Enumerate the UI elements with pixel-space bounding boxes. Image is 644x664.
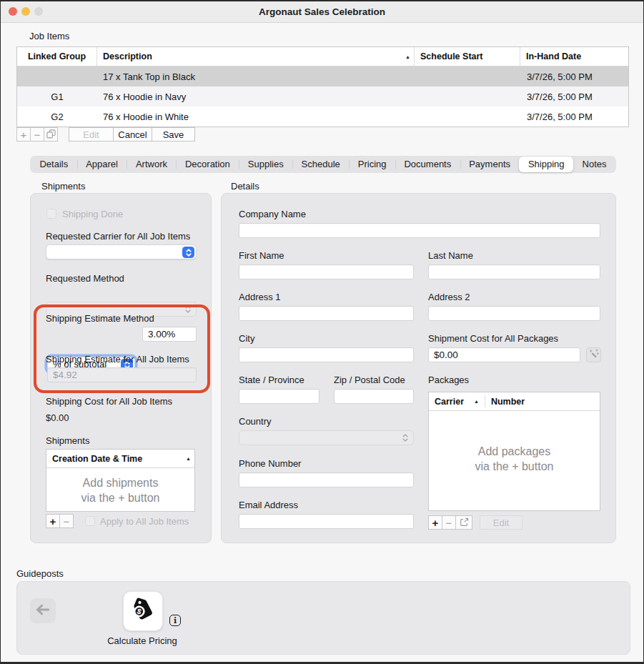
requested-carrier-label: Requested Carrier for All Job Items [46,231,190,242]
state-province-field[interactable] [239,389,319,404]
tab-apparel[interactable]: Apparel [77,157,127,172]
address2-field[interactable] [428,306,600,321]
job-items-section-label: Job Items [29,31,69,41]
tab-pricing[interactable]: Pricing [349,157,395,172]
zip-postal-code-label: Zip / Postal Code [334,375,405,385]
minus-icon: − [64,515,70,527]
calculate-pricing-button[interactable]: $ [123,591,163,631]
save-button[interactable]: Save [152,127,195,142]
table-row[interactable]: G1 76 x Hoodie in Navy 3/7/26, 5:00 PM [17,86,628,106]
shipping-cost-all-value: $0.00 [46,412,69,423]
info-icon[interactable]: i [169,615,181,626]
edit-package-button[interactable]: Edit [480,515,522,530]
column-header-number[interactable]: Number [491,397,525,407]
apply-all-job-items-label: Apply to All Job Items [100,516,189,527]
tab-payments[interactable]: Payments [460,157,520,172]
email-address-field[interactable] [239,514,414,529]
remove-package-button[interactable]: − [442,515,456,530]
minus-icon: − [34,129,41,141]
cancel-button[interactable]: Cancel [113,127,152,142]
address1-field[interactable] [239,306,414,321]
phone-number-field[interactable] [239,472,414,487]
shipping-cost-all-label: Shipping Cost for All Job Items [46,396,172,407]
packages-empty-placeholder: Add packages via the + button [429,444,600,474]
column-header-in-hand-date[interactable]: In-Hand Date [520,47,623,66]
phone-number-label: Phone Number [239,458,301,469]
shipments-list: Creation Date & Time ▲ Add shipments via… [46,449,195,512]
minus-icon: − [446,517,452,529]
add-package-button[interactable]: + [428,515,442,530]
city-label: City [239,333,254,344]
guideposts-section-label: Guideposts [16,568,64,579]
column-header-carrier[interactable]: Carrier [429,397,464,407]
back-button[interactable] [30,598,56,623]
chevron-up-down-icon [182,247,194,258]
chevron-up-down-icon [402,433,409,445]
column-header-schedule-start[interactable]: Schedule Start [415,47,520,66]
column-divider [485,395,485,407]
price-tag-icon: $ [130,597,156,625]
duplicate-job-item-button[interactable] [44,127,58,142]
tab-decoration[interactable]: Decoration [176,157,239,172]
tab-shipping[interactable]: Shipping [519,157,573,172]
remove-job-item-button[interactable]: − [30,127,44,142]
open-package-button[interactable] [455,515,472,530]
address2-label: Address 2 [428,292,470,302]
job-items-table-header: Linked Group Description ▲ Schedule Star… [17,47,628,66]
table-row[interactable]: G2 76 x Hoodie in White 3/7/26, 5:00 PM [17,106,628,127]
app-window: Argonaut Sales Celebration Job Items Lin… [1,1,643,662]
tab-documents[interactable]: Documents [395,157,460,172]
auto-calculate-cost-button[interactable] [586,347,601,362]
tab-bar: Details Apparel Artwork Decoration Suppl… [30,156,616,173]
shipping-done-checkbox[interactable] [46,209,56,219]
zip-postal-code-field[interactable] [334,389,414,404]
last-name-label: Last Name [428,250,473,261]
shipments-list-label: Shipments [46,435,89,446]
first-name-field[interactable] [239,264,414,279]
sort-ascending-icon: ▲ [474,399,479,404]
city-field[interactable] [239,347,414,362]
guideposts-panel: $ i Calculate Pricing [16,581,630,655]
shipping-estimate-method-label: Shipping Estimate Method [46,313,154,324]
requested-method-label: Requested Method [46,273,124,284]
address1-label: Address 1 [239,292,281,302]
company-name-label: Company Name [239,209,306,219]
plus-icon: + [432,517,439,529]
table-row[interactable]: 17 x Tank Top in Black 3/7/26, 5:00 PM [17,66,628,86]
calculate-pricing-label: Calculate Pricing [105,635,179,646]
add-shipment-button[interactable]: + [46,514,60,528]
sort-ascending-icon: ▲ [405,54,410,59]
apply-all-job-items-checkbox[interactable] [85,516,95,526]
requested-carrier-dropdown[interactable] [46,244,197,259]
window-title: Argonaut Sales Celebration [1,6,643,17]
tab-schedule[interactable]: Schedule [292,157,349,172]
title-bar: Argonaut Sales Celebration [1,1,643,23]
tab-details[interactable]: Details [31,157,77,172]
details-section-label: Details [231,181,259,192]
packages-list-header: Carrier ▲ Number [429,392,600,411]
shipping-estimate-all-field[interactable]: $4.92 [47,367,197,382]
edit-job-item-button[interactable]: Edit [69,127,114,142]
back-arrow-icon [35,603,51,619]
company-name-field[interactable] [239,223,600,238]
shipping-estimate-percent-field[interactable]: 3.00% [142,327,197,342]
country-label: Country [239,416,272,427]
chevron-up-down-icon [184,304,192,316]
last-name-field[interactable] [428,264,600,279]
shipping-estimate-all-label: Shipping Estimate for All Job Items [46,354,189,365]
country-dropdown[interactable] [239,430,414,445]
shipments-list-header[interactable]: Creation Date & Time ▲ [46,450,194,468]
add-job-item-button[interactable]: + [16,127,31,142]
shipment-cost-field[interactable]: $0.00 [428,347,580,362]
remove-shipment-button[interactable]: − [59,514,74,528]
sort-ascending-icon: ▲ [186,456,191,461]
magic-wand-icon [589,349,599,362]
tab-supplies[interactable]: Supplies [239,157,292,172]
tab-notes[interactable]: Notes [573,157,615,172]
tab-artwork[interactable]: Artwork [127,157,176,172]
shipments-empty-placeholder: Add shipments via the + button [46,475,194,505]
job-items-table: Linked Group Description ▲ Schedule Star… [16,46,629,127]
column-header-description[interactable]: Description ▲ [97,47,415,66]
email-address-label: Email Address [239,500,298,510]
column-header-linked-group[interactable]: Linked Group [17,47,97,66]
